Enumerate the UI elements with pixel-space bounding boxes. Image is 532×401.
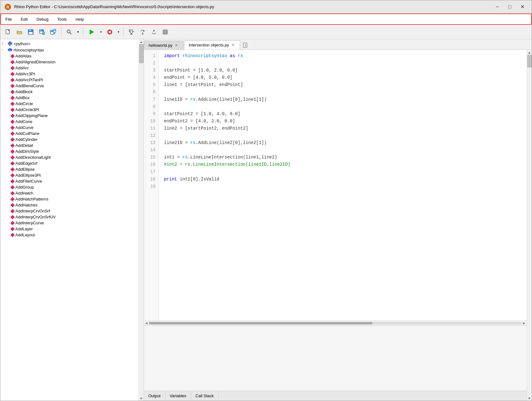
sidebar-item-addellipse[interactable]: AddEllipse — [0, 166, 139, 172]
method-label-addhatchpatterns: AddHatchPatterns — [15, 197, 49, 201]
sidebar-item-python[interactable]: + Py <python> — [0, 40, 139, 47]
sidebar-item-addinterpcrvonsrfuv[interactable]: AddInterpCrvOnSrfUV — [0, 214, 139, 220]
sidebar-item-addcircle[interactable]: AddCircle — [0, 101, 139, 107]
method-icon-addcone — [10, 119, 15, 124]
maximize-button[interactable]: □ — [504, 3, 515, 11]
editor-scroll-track[interactable] — [527, 55, 532, 396]
sidebar-item-addinterpcurve[interactable]: AddInterpCurve — [0, 220, 139, 226]
sidebar-item-addfilletcurve[interactable]: AddFilletCurve — [0, 178, 139, 184]
sidebar-item-addcylinder[interactable]: AddCylinder — [0, 136, 139, 142]
sidebar-item-addcircle3pt[interactable]: AddCircle3Pt — [0, 107, 139, 113]
editor-scroll-up-btn[interactable]: ▲ — [527, 50, 532, 55]
find-button[interactable] — [64, 27, 75, 37]
code-scrollbar-horizontal[interactable]: ◀ ▶ — [144, 320, 527, 325]
title-bar: R Rhino Python Editor - C:\Users\scottd\… — [0, 0, 532, 13]
new-tab-button[interactable] — [241, 41, 250, 50]
svg-rect-9 — [40, 31, 43, 33]
output-tab-variables[interactable]: Variables — [165, 392, 191, 400]
sidebar-item-adddetail[interactable]: AddDetail — [0, 142, 139, 148]
sidebar-scroll-down-btn[interactable]: ▼ — [139, 396, 144, 401]
run-button[interactable] — [86, 27, 97, 37]
sidebar-scrollbar[interactable]: ▲ ▼ — [139, 39, 144, 401]
tab-intersection-close[interactable]: ✕ — [231, 43, 235, 47]
sidebar-item-addcurve[interactable]: AddCurve — [0, 125, 139, 131]
sidebar-item-addgroup[interactable]: AddGroup — [0, 184, 139, 190]
toolbar: ▼ ▼ ▼ — [0, 25, 532, 39]
method-label-addarcpttanpt: AddArcPtTanPt — [15, 78, 43, 82]
sidebar-item-addellipse3pt[interactable]: AddEllipse3Pt — [0, 172, 139, 178]
hscroll-right-btn[interactable]: ▶ — [523, 321, 525, 325]
more-dropdown-button[interactable]: ▼ — [116, 27, 121, 37]
sidebar-item-addinterpcrvonsrf[interactable]: AddInterpCrvOnSrf — [0, 208, 139, 214]
menu-tools[interactable]: Tools — [53, 15, 71, 24]
menu-debug[interactable]: Debug — [32, 15, 53, 24]
sidebar-item-addlayer[interactable]: AddLayer — [0, 226, 139, 232]
sidebar-item-adddirectionallight[interactable]: AddDirectionalLight — [0, 154, 139, 160]
editor-scroll-thumb[interactable] — [527, 55, 532, 67]
sidebar-item-addhatch[interactable]: AddHatch — [0, 190, 139, 196]
step-over-button[interactable] — [137, 27, 148, 37]
sidebar-scroll-track[interactable] — [139, 44, 144, 396]
sidebar-item-addbox[interactable]: AddBox — [0, 95, 139, 101]
save-as-button[interactable] — [37, 27, 47, 37]
sidebar-item-addarcpttanpt[interactable]: AddArcPtTanPt — [0, 77, 139, 83]
menu-help[interactable]: Help — [71, 15, 88, 24]
sidebar-item-addedgesrf[interactable]: AddEdgeSrf — [0, 160, 139, 166]
step-out-button[interactable] — [149, 27, 159, 37]
sidebar-item-addalias[interactable]: AddAlias — [0, 53, 139, 59]
stop-button[interactable] — [104, 27, 115, 37]
save-all-button[interactable] — [48, 27, 59, 37]
method-icon-addedgesrf — [10, 161, 15, 165]
find-dropdown-button[interactable]: ▼ — [76, 27, 80, 37]
svg-rect-8 — [40, 29, 42, 31]
close-button[interactable]: ✕ — [517, 3, 528, 11]
sidebar-item-addblendcurve[interactable]: AddBlendCurve — [0, 83, 139, 89]
code-text[interactable]: import rhinoscriptsyntax as rs startPoin… — [159, 50, 527, 320]
run-dropdown-button[interactable]: ▼ — [99, 27, 103, 37]
menu-bar: File Edit Debug Tools Help — [0, 13, 532, 25]
sidebar-item-addlayout[interactable]: AddLayout — [0, 232, 139, 238]
new-file-button[interactable] — [3, 27, 13, 37]
tab-bar: helloworld.py ✕ intersection objects.py … — [144, 39, 532, 50]
sidebar-item-addaligneddimension[interactable]: AddAlignedDimension — [0, 59, 139, 65]
sidebar-scroll-thumb[interactable] — [139, 44, 144, 63]
tab-helloworld-close[interactable]: ✕ — [174, 43, 179, 48]
hscroll-left-btn[interactable]: ◀ — [145, 321, 148, 325]
sidebar-item-rhinoscriptsyntax[interactable]: − Py rhinoscriptsyntax — [0, 47, 139, 53]
code-editor[interactable]: 1 2 3 4 5 6 7 8 9 10 11 — [144, 50, 527, 325]
menu-file[interactable]: File — [1, 15, 16, 24]
method-icon-addarc3pt — [10, 72, 15, 76]
sidebar-item-addcutplane[interactable]: AddCutPlane — [0, 131, 139, 136]
save-file-button[interactable] — [25, 27, 36, 37]
minimize-button[interactable]: − — [492, 3, 503, 11]
editor-scrollbar[interactable]: ▲ ▼ — [527, 50, 532, 401]
tab-helloworld[interactable]: helloworld.py ✕ — [144, 41, 183, 50]
output-tab-output[interactable]: Output — [144, 392, 165, 400]
sidebar-item-addcone[interactable]: AddCone — [0, 119, 139, 125]
toolbar-file-group — [3, 27, 59, 37]
step-into-button[interactable] — [126, 27, 137, 37]
abort-button[interactable] — [160, 27, 171, 37]
tab-intersection-objects[interactable]: intersection objects.py ✕ — [184, 40, 240, 50]
hscroll-thumb[interactable] — [149, 322, 372, 324]
editor-area: helloworld.py ✕ intersection objects.py … — [144, 39, 532, 401]
sidebar-item-addhatches[interactable]: AddHatches — [0, 202, 139, 208]
title-bar-left: R Rhino Python Editor - C:\Users\scottd\… — [4, 3, 214, 11]
output-tab-callstack[interactable]: Call Stack — [191, 392, 219, 400]
hscroll-track[interactable] — [149, 322, 522, 324]
sidebar-item-addclippingplane[interactable]: AddClippingPlane — [0, 113, 139, 119]
sidebar-item-addarc3pt[interactable]: AddArc3Pt — [0, 71, 139, 77]
method-label-addinterpcrvonsrf: AddInterpCrvOnSrf — [15, 209, 50, 213]
editor-scroll-down-btn[interactable]: ▼ — [527, 396, 532, 401]
sidebar-item-addarc[interactable]: AddArc — [0, 65, 139, 71]
method-label-addinterpcurve: AddInterpCurve — [15, 221, 44, 225]
menu-edit[interactable]: Edit — [16, 15, 32, 24]
open-file-button[interactable] — [14, 27, 25, 37]
sidebar-item-addhatchpatterns[interactable]: AddHatchPatterns — [0, 196, 139, 202]
sidebar-item-adddimstyle[interactable]: AddDimStyle — [0, 148, 139, 154]
method-label-addbox: AddBox — [15, 95, 30, 100]
sidebar-scroll-up-btn[interactable]: ▲ — [139, 39, 144, 44]
svg-text:R: R — [7, 5, 9, 9]
svg-point-18 — [67, 30, 70, 33]
sidebar-item-addblock[interactable]: AddBlock — [0, 89, 139, 95]
